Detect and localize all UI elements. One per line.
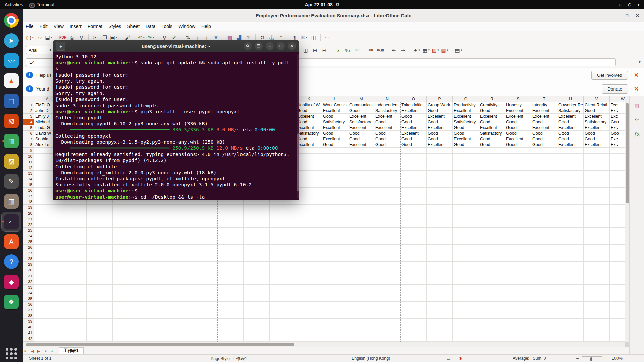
cell-C32[interactable] [87, 279, 113, 285]
cell-W39[interactable] [610, 319, 625, 324]
cell-P34[interactable] [427, 290, 453, 296]
row-header-14[interactable]: 14 [23, 176, 34, 182]
cell-M37[interactable] [348, 307, 374, 313]
cell-J22[interactable] [270, 222, 296, 228]
zoom-slider[interactable] [582, 356, 602, 357]
terminal-window[interactable]: + user@user-virtual-machine: ~ ⚲ ☰ – □ ✕… [53, 40, 299, 200]
cell-L13[interactable] [322, 171, 348, 176]
cell-A37[interactable] [34, 307, 60, 313]
cell-W7[interactable]: Exc [610, 136, 625, 142]
cell-O16[interactable] [400, 188, 427, 193]
vertical-scrollbar[interactable] [625, 96, 630, 342]
column-header-K[interactable]: K [296, 96, 322, 102]
column-header-N[interactable]: N [374, 96, 400, 102]
cell-R3[interactable]: Excellent [479, 114, 505, 119]
cell-V40[interactable] [584, 324, 610, 330]
cell-M19[interactable] [348, 205, 374, 210]
cell-D37[interactable] [113, 307, 139, 313]
cell-W41[interactable] [610, 330, 625, 336]
cell-S27[interactable] [505, 250, 531, 256]
next-sheet-icon[interactable]: ▶ [37, 349, 40, 353]
cell-Q34[interactable] [453, 290, 479, 296]
cell-K28[interactable] [296, 256, 322, 262]
cell-C24[interactable] [87, 233, 113, 239]
cell-M27[interactable] [348, 250, 374, 256]
cell-W22[interactable] [610, 222, 625, 228]
cell-B22[interactable] [60, 222, 87, 228]
cell-N32[interactable] [374, 279, 400, 285]
cell-O38[interactable] [400, 313, 427, 319]
cell-S7[interactable]: Excellent [505, 136, 531, 142]
row-header-30[interactable]: 30 [23, 267, 34, 273]
cell-N11[interactable] [374, 159, 400, 165]
menu-insert[interactable]: Insert [67, 22, 85, 31]
row-header-1[interactable]: 1 [23, 102, 34, 108]
cell-N28[interactable] [374, 256, 400, 262]
cell-B34[interactable] [60, 290, 87, 296]
menu-sheet[interactable]: Sheet [124, 22, 143, 31]
cell-V6[interactable]: Good [584, 131, 610, 136]
cell-R42[interactable] [479, 336, 505, 342]
cell-D30[interactable] [113, 267, 139, 273]
cell-D38[interactable] [113, 313, 139, 319]
cell-N13[interactable] [374, 171, 400, 176]
cell-T8[interactable]: Good [531, 142, 557, 148]
column-header-Q[interactable]: Q [453, 96, 479, 102]
cell-R14[interactable] [479, 176, 505, 182]
cell-V11[interactable] [584, 159, 610, 165]
cell-T16[interactable] [531, 188, 557, 193]
cell-W23[interactable] [610, 228, 625, 233]
row-header-34[interactable]: 34 [23, 290, 34, 296]
freeze-rows-columns-icon[interactable]: ❄▼ [300, 33, 308, 42]
cell-B42[interactable] [60, 336, 87, 342]
cell-R27[interactable] [479, 250, 505, 256]
cell-V1[interactable]: Client Relati [584, 102, 610, 108]
cell-C35[interactable] [87, 296, 113, 302]
cell-E42[interactable] [139, 336, 165, 342]
cell-V30[interactable] [584, 267, 610, 273]
cell-I19[interactable] [244, 205, 270, 210]
cell-V26[interactable] [584, 245, 610, 250]
cell-I22[interactable] [244, 222, 270, 228]
cell-R20[interactable] [479, 210, 505, 216]
cell-N42[interactable] [374, 336, 400, 342]
row-header-35[interactable]: 35 [23, 296, 34, 302]
cell-K14[interactable] [296, 176, 322, 182]
cell-W33[interactable] [610, 285, 625, 290]
cell-B40[interactable] [60, 324, 87, 330]
cell-P4[interactable]: Good [427, 119, 453, 125]
cell-L14[interactable] [322, 176, 348, 182]
cell-P14[interactable] [427, 176, 453, 182]
column-header-T[interactable]: T [531, 96, 557, 102]
cell-G27[interactable] [191, 250, 217, 256]
cell-S42[interactable] [505, 336, 531, 342]
cell-E30[interactable] [139, 267, 165, 273]
cell-V37[interactable] [584, 307, 610, 313]
cell-D19[interactable] [113, 205, 139, 210]
vertical-scrollbar-thumb[interactable] [626, 103, 629, 203]
menu-data[interactable]: Data [143, 22, 159, 31]
column-header-V[interactable]: V [584, 96, 610, 102]
cell-P7[interactable]: Good [427, 136, 453, 142]
cell-O15[interactable] [400, 182, 427, 188]
row-header-2[interactable]: 2 [23, 108, 34, 114]
horizontal-scrollbar-thumb[interactable] [26, 343, 294, 346]
cell-O11[interactable] [400, 159, 427, 165]
cell-V35[interactable] [584, 296, 610, 302]
cell-J19[interactable] [270, 205, 296, 210]
cell-H30[interactable] [217, 267, 244, 273]
cell-L20[interactable] [322, 210, 348, 216]
cell-U16[interactable] [557, 188, 584, 193]
row-header-28[interactable]: 28 [23, 256, 34, 262]
cell-L16[interactable] [322, 188, 348, 193]
cell-L40[interactable] [322, 324, 348, 330]
cell-T7[interactable]: Good [531, 136, 557, 142]
cell-O14[interactable] [400, 176, 427, 182]
cell-R8[interactable]: Good [479, 142, 505, 148]
gimp-icon[interactable]: ✎ [2, 172, 21, 191]
cell-F23[interactable] [165, 228, 191, 233]
cell-Q19[interactable] [453, 205, 479, 210]
document-modified-icon[interactable]: ✱ [459, 356, 462, 361]
sidebar-navigator-icon[interactable]: ✧ [632, 115, 642, 124]
maximize-button[interactable]: □ [277, 42, 285, 50]
